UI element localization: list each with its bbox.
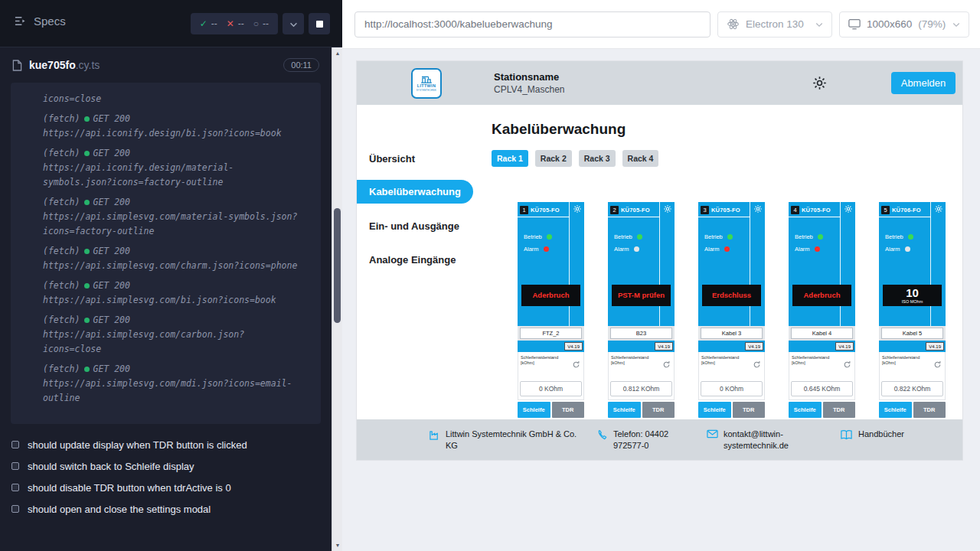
check-icon: ✓ [200,18,207,29]
footer-company[interactable]: Littwin Systemtechnik GmbH & Co. KG [429,429,580,452]
refresh-icon[interactable] [662,360,671,369]
spec-file-row[interactable]: kue705fo.cy.ts 00:11 [0,47,332,83]
measure-value: 0.822 KOhm [881,381,943,396]
viewport-select[interactable]: 1000x660 (79%) [839,11,969,37]
sidebar-item-ein-und-ausgaenge[interactable]: Ein- und Ausgänge [357,209,482,243]
test-item[interactable]: should switch back to Schleife display [11,455,329,477]
electron-icon [727,18,740,31]
betrieb-label: Betrieb [614,233,632,240]
success-dot-icon [84,318,90,323]
test-item[interactable]: should disable TDR button when tdrActive… [11,477,329,498]
success-dot-icon [84,283,90,289]
test-box-icon [11,484,19,491]
scroll-down-arrow-icon[interactable]: ▼ [332,540,343,550]
refresh-icon[interactable] [843,360,851,369]
betrieb-led [727,234,733,240]
schleife-button[interactable]: Schleife [608,402,641,418]
test-item[interactable]: should open and close the settings modal [11,498,329,520]
tdr-button[interactable]: TDR [642,402,675,418]
refresh-icon[interactable] [572,360,580,369]
rack-tabs: Rack 1 Rack 2 Rack 3 Rack 4 [492,150,962,167]
factory-icon [429,429,440,441]
tab-rack-2[interactable]: Rack 2 [535,150,572,167]
alarm-led [815,246,820,252]
scrollbar-thumb[interactable] [334,208,341,323]
slot-number-badge: 1 [520,206,528,214]
tdr-button[interactable]: TDR [823,402,856,418]
log-entry[interactable]: (fetch)GET 200 https://api.simplesvg.com… [43,279,299,308]
browser-pane: Electron 130 1000x660 (79%) LITTWIN SYST… [342,0,980,551]
refresh-icon[interactable] [933,360,942,369]
sidebar-item-analoge-eingaenge[interactable]: Analoge Eingänge [357,243,482,276]
log-entry[interactable]: (fetch)GET 200 https://api.iconify.desig… [43,112,299,141]
tdr-button[interactable]: TDR [733,402,766,418]
firmware-version: V4.19 [564,342,583,350]
measure-value: 0 KOhm [520,381,582,396]
tdr-button[interactable]: TDR [552,402,585,418]
card-settings-gear-icon[interactable] [934,204,943,214]
test-item[interactable]: should update display when TDR button is… [11,434,329,455]
app-main: Kabelüberwachung Rack 1 Rack 2 Rack 3 Ra… [482,105,962,419]
chevron-down-icon [952,18,960,30]
scroll-up-arrow-icon[interactable]: ▲ [332,48,343,58]
log-entry[interactable]: icons=close [43,92,299,106]
log-entry[interactable]: (fetch)GET 200 https://api.iconify.desig… [43,146,299,190]
sidebar-item-kabelueberwachung[interactable]: Kabelüberwachung [357,180,473,204]
footer-manuals[interactable]: Handbücher [840,429,904,440]
test-list: should update display when TDR button is… [0,424,342,520]
schleife-button[interactable]: Schleife [518,402,550,418]
betrieb-led [818,234,823,240]
betrieb-label: Betrieb [524,233,542,240]
firmware-version: V4.19 [926,342,944,350]
log-entry[interactable]: (fetch)GET 200 https://api.simplesvg.com… [43,244,299,273]
littwin-logo: LITTWIN SYSTEMTECHNIK [411,68,442,99]
card-settings-gear-icon[interactable] [753,204,763,214]
browser-toolbar: Electron 130 1000x660 (79%) [342,0,980,49]
tab-rack-4[interactable]: Rack 4 [622,150,659,167]
stop-button[interactable] [309,13,330,34]
alarm-led [634,246,639,252]
iso-value: 10 [906,287,919,298]
test-box-icon [11,462,19,470]
card-settings-gear-icon[interactable] [663,204,672,214]
collapse-button[interactable] [283,13,304,34]
refresh-icon[interactable] [753,360,761,369]
settings-gear-icon[interactable] [812,75,828,94]
slot-number-badge: 4 [791,206,799,214]
spec-file-icon [12,60,22,71]
schleife-button[interactable]: Schleife [879,402,912,418]
log-entry[interactable]: (fetch)GET 200 https://api.simplesvg.com… [43,362,299,406]
measure-label: Schleifenwiderstand [kOhm] [882,355,926,369]
tdr-button[interactable]: TDR [913,402,946,418]
stat-pending: ○-- [253,18,269,29]
footer-phone[interactable]: Telefon: 04402 972577-0 [596,429,690,452]
device-cards: 1 KÜ705-FO Betrieb Alarm Aderbruch FTZ_2 [518,202,962,418]
reporter-scrollbar[interactable]: ▲ ▼ [332,47,342,551]
log-entry[interactable]: (fetch)GET 200 https://api.simplesvg.com… [43,313,299,357]
cable-name: Kabel 5 [881,328,943,339]
firmware-version: V4.19 [655,342,673,350]
status-display: 10 ISO MOhm [883,285,942,306]
footer-email[interactable]: kontakt@littwin-systemtechnik.de [707,429,823,452]
sidebar-item-uebersicht[interactable]: Übersicht [357,142,482,175]
alarm-label: Alarm [704,246,720,253]
logout-button[interactable]: Abmelden [891,72,956,94]
browser-select[interactable]: Electron 130 [717,11,832,37]
success-dot-icon [84,367,90,372]
specs-toggle[interactable]: Specs [14,15,66,28]
test-box-icon [11,505,19,513]
card-settings-gear-icon[interactable] [573,204,582,214]
app-sidebar: Übersicht Kabelüberwachung Ein- und Ausg… [357,105,482,419]
stop-icon [316,21,323,28]
device-card-1: 1 KÜ705-FO Betrieb Alarm Aderbruch FTZ_2 [518,202,584,418]
card-settings-gear-icon[interactable] [844,204,853,214]
tab-rack-1[interactable]: Rack 1 [492,150,528,167]
schleife-button[interactable]: Schleife [698,402,731,418]
schleife-button[interactable]: Schleife [789,402,822,418]
url-input[interactable] [354,11,710,37]
tab-rack-3[interactable]: Rack 3 [579,150,616,167]
log-entry[interactable]: (fetch)GET 200 https://api.simplesvg.com… [43,195,299,239]
success-dot-icon [84,200,90,205]
device-card-3: 3 KÜ705-FO Betrieb Alarm Erdschluss Kabe… [698,202,765,418]
success-dot-icon [84,151,90,156]
